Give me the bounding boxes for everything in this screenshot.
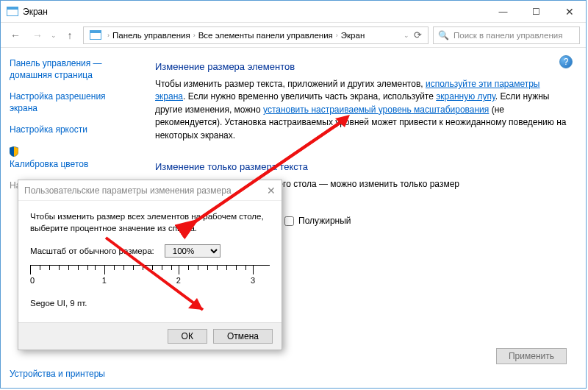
sidebar-item-calibration[interactable]: Калибровка цветов <box>10 159 124 171</box>
close-button[interactable]: ✕ <box>553 1 586 22</box>
nav-back-button[interactable]: ← <box>7 26 24 44</box>
navbar: ← → ⌄ ↑ › Панель управления › Все элемен… <box>1 23 586 48</box>
chevron-right-icon: › <box>107 32 110 39</box>
minimize-button[interactable]: — <box>487 1 520 22</box>
bold-checkbox[interactable] <box>284 216 294 226</box>
link-custom-scaling[interactable]: установить настраиваемый уровень масштаб… <box>263 104 489 115</box>
font-sample: Segoe UI, 9 пт. <box>30 299 270 308</box>
dialog-intro: Чтобы изменить размер всех элементов на … <box>30 211 270 234</box>
nav-history-dropdown[interactable]: ⌄ <box>51 32 57 39</box>
titlebar[interactable]: Экран — ☐ ✕ <box>1 1 586 23</box>
link-magnifier[interactable]: экранную лупу <box>436 91 495 102</box>
maximize-button[interactable]: ☐ <box>520 1 553 22</box>
refresh-icon[interactable]: ⟳ <box>414 29 422 40</box>
scale-select[interactable]: 100% <box>165 244 220 258</box>
ruler-label: 3 <box>251 276 255 285</box>
window-title: Экран <box>23 7 487 17</box>
chevron-right-icon: › <box>193 32 196 39</box>
custom-scaling-dialog: Пользовательские параметры изменения раз… <box>18 180 282 350</box>
display-icon <box>90 30 101 40</box>
scale-label: Масштаб от обычного размера: <box>30 247 154 255</box>
sidebar-item-brightness[interactable]: Настройка яркости <box>10 124 124 136</box>
search-input[interactable]: 🔍 Поиск в панели управления <box>433 26 580 44</box>
breadcrumb-item[interactable]: Все элементы панели управления <box>198 31 333 40</box>
link-devices-printers[interactable]: Устройства и принтеры <box>10 369 105 379</box>
shield-icon <box>10 146 18 157</box>
ruler-label: 2 <box>176 276 181 285</box>
cancel-button[interactable]: Отмена <box>213 329 273 344</box>
heading-text-size: Изменение только размера текста <box>155 161 571 172</box>
breadcrumb[interactable]: › Панель управления › Все элементы панел… <box>83 26 429 44</box>
window: Экран — ☐ ✕ ← → ⌄ ↑ › Панель управления … <box>0 0 587 389</box>
heading-size: Изменение размера элементов <box>155 61 571 72</box>
sidebar-item-resolution[interactable]: Настройка разрешения экрана <box>10 91 124 114</box>
bold-label: Полужирный <box>298 216 351 226</box>
dialog-title: Пользовательские параметры изменения раз… <box>24 185 232 196</box>
search-placeholder: Поиск в панели управления <box>453 31 562 40</box>
chevron-right-icon: › <box>336 32 338 39</box>
breadcrumb-item[interactable]: Панель управления <box>112 31 190 40</box>
search-icon: 🔍 <box>438 30 449 40</box>
nav-forward-button[interactable]: → <box>29 26 46 44</box>
apply-button[interactable]: Применить <box>496 348 567 364</box>
nav-up-button[interactable]: ↑ <box>61 26 79 44</box>
ruler-label: 1 <box>102 276 107 285</box>
sidebar-item-home[interactable]: Панель управления — домашняя страница <box>10 58 124 81</box>
display-icon <box>7 7 18 16</box>
breadcrumb-dropdown[interactable]: ⌄ <box>404 32 409 39</box>
ruler[interactable]: 0 1 2 3 <box>30 265 270 296</box>
see-also: Устройства и принтеры <box>10 369 105 379</box>
breadcrumb-item[interactable]: Экран <box>341 31 365 40</box>
description-text: Чтобы изменить размер текста, приложений… <box>155 78 571 142</box>
dialog-close-button[interactable]: ✕ <box>267 185 276 196</box>
ruler-label: 0 <box>30 276 35 285</box>
ok-button[interactable]: ОК <box>168 329 207 344</box>
dialog-titlebar[interactable]: Пользовательские параметры изменения раз… <box>18 180 282 201</box>
